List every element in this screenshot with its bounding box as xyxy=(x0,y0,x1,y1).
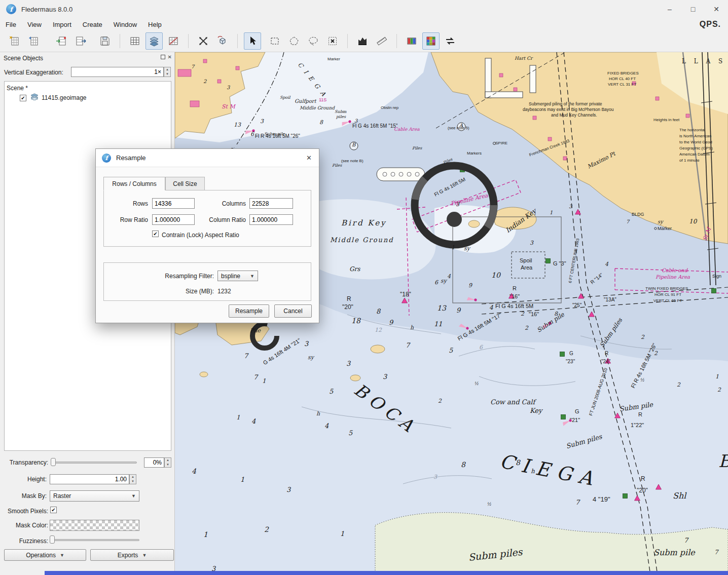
geoimage-visibility-checkbox[interactable]: ✔ xyxy=(20,95,26,101)
sync-views-icon[interactable] xyxy=(442,32,459,50)
map-label: piles xyxy=(336,115,346,119)
row-ratio-input[interactable] xyxy=(152,214,195,225)
vertical-exaggeration-input[interactable] xyxy=(71,67,164,77)
map-label: Fl G 4s 16ft 5M "17" xyxy=(457,312,503,342)
map-label: St M xyxy=(702,227,712,242)
mask-color-swatch[interactable] xyxy=(50,520,139,531)
transparency-value-input[interactable] xyxy=(144,457,164,468)
operations-button[interactable]: Operations▼ xyxy=(4,549,86,561)
dialog-title-bar[interactable]: f Resample ✕ xyxy=(96,149,319,167)
select-cursor-icon[interactable] xyxy=(244,32,261,50)
maximize-button[interactable]: □ xyxy=(681,0,705,18)
map-label: 1 xyxy=(340,530,344,537)
rect-select-icon[interactable] xyxy=(266,32,283,50)
map-label: Subm piles xyxy=(468,547,523,562)
exports-button[interactable]: Exports▼ xyxy=(90,549,174,561)
mask-by-label: Mask By: xyxy=(4,492,47,500)
menu-view[interactable]: View xyxy=(22,19,47,30)
rotate-mode-icon[interactable] xyxy=(214,32,231,50)
transparency-spinner[interactable]: ▲▼ xyxy=(164,457,171,468)
chevron-down-icon: ▼ xyxy=(131,493,136,499)
map-label: 7 xyxy=(191,64,194,69)
map-label: 4 xyxy=(251,418,256,425)
export-data-icon[interactable] xyxy=(72,32,89,50)
map-label: HOR CL 91 FT xyxy=(654,293,681,297)
size-mb-value: 1232 xyxy=(217,288,231,295)
save-icon[interactable] xyxy=(96,32,114,50)
fuzziness-slider[interactable] xyxy=(50,535,139,544)
measure-icon[interactable] xyxy=(373,32,390,50)
slope-view-icon[interactable] xyxy=(165,32,182,50)
map-label: R "14" xyxy=(590,273,604,285)
profile-chart-icon[interactable] xyxy=(354,32,371,50)
columns-input[interactable] xyxy=(249,198,293,209)
menu-file[interactable]: File xyxy=(0,19,22,30)
open-sd-object-icon[interactable] xyxy=(25,32,43,50)
map-label: 3 xyxy=(569,204,572,209)
map-label: VERT CL 31 FT xyxy=(608,83,636,87)
cancel-button[interactable]: Cancel xyxy=(274,304,312,318)
tab-rows-columns[interactable]: Rows / Columns xyxy=(103,177,165,190)
vertical-exaggeration-spinner[interactable]: ▲▼ xyxy=(164,67,171,77)
smooth-pixels-checkbox[interactable]: ✔ xyxy=(50,507,57,513)
surface-view-icon[interactable] xyxy=(145,32,163,50)
map-label: 18 xyxy=(351,317,360,324)
color-grid-icon[interactable] xyxy=(422,32,440,50)
menu-create[interactable]: Create xyxy=(77,19,108,30)
tree-item-geoimage[interactable]: ✔ 11415.geoimage xyxy=(5,93,171,103)
map-label: 4 xyxy=(324,423,329,429)
dialog-close-icon[interactable]: ✕ xyxy=(306,154,312,162)
map-label: Fl G 4s 16ft 5M "15" xyxy=(352,124,397,129)
constrain-aspect-checkbox[interactable]: ✔ xyxy=(152,231,159,237)
qps-logo: QPS. xyxy=(700,20,721,29)
map-label: Piles xyxy=(412,146,422,150)
height-input[interactable] xyxy=(50,474,129,484)
height-spinner[interactable]: ▲▼ xyxy=(129,474,136,484)
map-label: 2 xyxy=(264,526,269,533)
clear-selection-icon[interactable] xyxy=(324,32,341,50)
map-label: Fl G 4s 16ft 5M xyxy=(433,177,466,198)
resampling-filter-select[interactable]: bspline▼ xyxy=(217,271,258,281)
map-label: American Datum xyxy=(679,152,710,157)
map-label: "24" xyxy=(601,359,610,364)
map-label: Area xyxy=(521,265,532,271)
exports-label: Exports xyxy=(118,552,138,559)
rows-input[interactable] xyxy=(152,198,195,209)
map-label: 3 xyxy=(433,474,437,480)
mask-color-label: Mask Color: xyxy=(4,522,48,529)
resample-button[interactable]: Resample xyxy=(229,304,269,318)
lasso-select-icon[interactable] xyxy=(305,32,322,50)
size-mb-label: Size (MB): xyxy=(119,288,214,295)
chevron-down-icon: ▼ xyxy=(250,274,254,279)
close-button[interactable]: ✕ xyxy=(705,0,728,18)
map-label: 1 xyxy=(203,531,208,538)
polygon-select-icon[interactable] xyxy=(285,32,303,50)
map-label: 8 xyxy=(516,459,520,466)
dialog-title: Resample xyxy=(116,154,146,162)
menu-import[interactable]: Import xyxy=(47,19,77,30)
map-label: TWIN FIXED BRIDGES xyxy=(645,287,688,291)
float-panel-icon[interactable] xyxy=(161,55,165,59)
tab-cell-size[interactable]: Cell Size xyxy=(165,177,205,190)
grid-view-icon[interactable] xyxy=(126,32,143,50)
transparency-slider[interactable] xyxy=(51,458,137,466)
transform-mode-icon[interactable] xyxy=(195,32,212,50)
map-label: 1 xyxy=(550,210,553,215)
map-label: Heights in feet xyxy=(653,118,679,122)
resample-dialog[interactable]: f Resample ✕ Rows / Columns Cell Size Ro… xyxy=(95,148,319,323)
map-label: 6 xyxy=(479,344,483,350)
resampling-filter-value: bspline xyxy=(221,273,240,280)
menu-items: FileViewImportCreateWindowHelp xyxy=(0,19,167,30)
menu-window[interactable]: Window xyxy=(108,19,142,30)
map-label: Piles xyxy=(443,158,453,165)
column-ratio-input[interactable] xyxy=(249,214,293,225)
mask-by-select[interactable]: Raster▼ xyxy=(50,490,139,502)
colormap-icon[interactable] xyxy=(403,32,420,50)
close-panel-icon[interactable]: ✕ xyxy=(168,55,172,59)
map-label: FIXED BRIDGES xyxy=(607,71,639,75)
import-data-icon[interactable] xyxy=(53,32,70,50)
smooth-pixels-label: Smooth Pixels: xyxy=(4,508,48,515)
new-sd-object-icon[interactable] xyxy=(6,32,23,50)
minimize-button[interactable]: – xyxy=(658,0,681,18)
menu-help[interactable]: Help xyxy=(142,19,167,30)
